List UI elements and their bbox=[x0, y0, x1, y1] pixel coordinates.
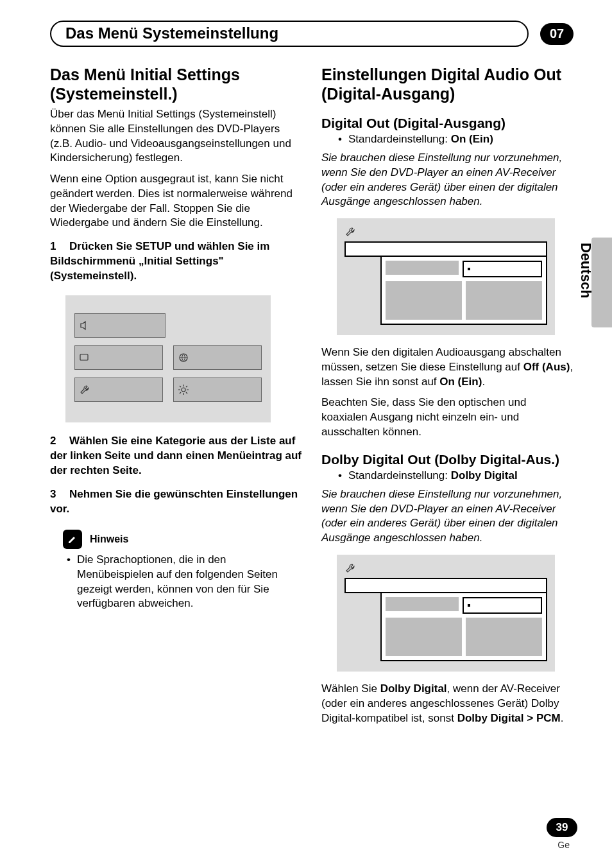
frame-inner bbox=[380, 592, 547, 661]
default-setting-line: • Standardeinstellung: Dolby Digital bbox=[338, 469, 574, 483]
default-label: Standardeinstellung: bbox=[348, 133, 451, 145]
right-column: Einstellungen Digital Audio Out (Digital… bbox=[321, 65, 574, 732]
chapter-title: Das Menü Systemeinstellung bbox=[50, 21, 529, 47]
menu-screenshot bbox=[65, 295, 271, 422]
bullet-dot: • bbox=[338, 132, 348, 147]
menu-cell bbox=[74, 345, 163, 370]
off-label: Off (Aus) bbox=[523, 361, 570, 373]
step-3: 3Nehmen Sie die gewünschten Einstellunge… bbox=[50, 487, 302, 517]
note-header: Hinweis bbox=[63, 530, 302, 549]
step-1-number: 1 bbox=[50, 239, 69, 254]
placeholder-cell bbox=[386, 618, 462, 656]
svg-rect-0 bbox=[80, 354, 88, 360]
step-2-number: 2 bbox=[50, 434, 69, 449]
gear-icon bbox=[178, 384, 189, 395]
note-bullet: • Die Sprachoptionen, die in den Menübei… bbox=[67, 553, 302, 612]
note-label: Hinweis bbox=[90, 534, 128, 545]
left-heading: Das Menü Initial Settings (Systemeinstel… bbox=[50, 65, 302, 103]
bullet-dot: • bbox=[67, 553, 77, 612]
audio-icon bbox=[79, 320, 90, 331]
left-column: Das Menü Initial Settings (Systemeinstel… bbox=[50, 65, 302, 732]
left-paragraph-1: Über das Menü Initial Settings (Systemei… bbox=[50, 107, 302, 166]
default-label: Standardeinstellung: bbox=[348, 469, 451, 482]
dolby-out-note: Sie brauchen diese Einstellung nur vorzu… bbox=[321, 487, 574, 546]
default-value: On (Ein) bbox=[451, 133, 493, 145]
manual-page: Das Menü Systemeinstellung 07 Deutsch Da… bbox=[0, 0, 612, 868]
frame-outer bbox=[344, 578, 547, 593]
digital-out-note: Sie brauchen diese Einstellung nur vorzu… bbox=[321, 151, 574, 209]
wrench-icon bbox=[344, 562, 356, 574]
step-2: 2Wählen Sie eine Kategorie aus der Liste… bbox=[50, 434, 302, 478]
chapter-number-badge: 07 bbox=[540, 23, 574, 45]
step-3-number: 3 bbox=[50, 487, 69, 502]
globe-icon bbox=[178, 352, 189, 363]
svg-point-2 bbox=[182, 388, 185, 392]
wrench-icon bbox=[79, 384, 90, 395]
step-1: 1Drücken Sie SETUP und wählen Sie im Bil… bbox=[50, 239, 302, 284]
bullet-dot: • bbox=[338, 469, 348, 483]
frame-outer bbox=[344, 241, 547, 257]
menu-cell bbox=[74, 378, 163, 402]
settings-screenshot-2 bbox=[337, 555, 555, 672]
text-fragment: . bbox=[561, 712, 564, 724]
text-fragment: . bbox=[482, 376, 485, 388]
menu-cell bbox=[173, 378, 262, 402]
pencil-icon bbox=[63, 530, 82, 549]
placeholder-cell bbox=[386, 597, 459, 611]
video-icon bbox=[79, 352, 90, 363]
placeholder-cell bbox=[386, 281, 462, 320]
settings-screenshot-1 bbox=[337, 218, 555, 335]
default-setting-text: Standardeinstellung: On (Ein) bbox=[348, 132, 493, 147]
language-tab-label: Deutsch bbox=[577, 243, 594, 299]
default-setting-line: • Standardeinstellung: On (Ein) bbox=[338, 132, 574, 147]
placeholder-cell bbox=[466, 281, 542, 320]
step-1-text: Drücken Sie SETUP und wählen Sie im Bild… bbox=[50, 240, 269, 282]
page-number-badge: 39 bbox=[547, 818, 577, 837]
page-language-code: Ge bbox=[557, 840, 570, 850]
pcm-label: Dolby Digital > PCM bbox=[457, 712, 561, 724]
placeholder-cell bbox=[386, 261, 459, 275]
selected-cell bbox=[463, 261, 542, 277]
dolby-out-paragraph: Wählen Sie Dolby Digital, wenn der AV-Re… bbox=[321, 682, 574, 725]
menu-cell bbox=[173, 345, 262, 370]
frame-inner bbox=[380, 256, 547, 325]
left-paragraph-2: Wenn eine Option ausgegraut ist, kann Si… bbox=[50, 172, 302, 230]
placeholder-cell bbox=[466, 618, 542, 656]
text-fragment: Wählen Sie bbox=[321, 682, 380, 695]
default-value: Dolby Digital bbox=[451, 469, 518, 482]
selected-cell bbox=[463, 597, 542, 614]
chapter-header: Das Menü Systemeinstellung 07 bbox=[50, 21, 574, 47]
note-text: Die Sprachoptionen, die in den Menübeisp… bbox=[77, 553, 302, 612]
step-2-text: Wählen Sie eine Kategorie aus der Liste … bbox=[50, 435, 302, 476]
default-setting-text: Standardeinstellung: Dolby Digital bbox=[348, 469, 518, 483]
language-tab-bg bbox=[591, 238, 612, 327]
right-heading: Einstellungen Digital Audio Out (Digital… bbox=[321, 65, 574, 103]
digital-out-heading: Digital Out (Digital-Ausgang) bbox=[321, 115, 574, 131]
digital-out-paragraph-2: Beachten Sie, dass Sie den optischen und… bbox=[321, 395, 574, 439]
dolby-label: Dolby Digital bbox=[380, 682, 447, 695]
step-3-text: Nehmen Sie die gewünschten Einstellungen… bbox=[50, 488, 298, 515]
dolby-out-heading: Dolby Digital Out (Dolby Digital-Aus.) bbox=[321, 451, 574, 467]
on-label: On (Ein) bbox=[439, 376, 482, 388]
digital-out-paragraph-1: Wenn Sie den digitalen Audioausgang absc… bbox=[321, 345, 574, 389]
menu-cell bbox=[74, 313, 166, 338]
wrench-icon bbox=[344, 226, 356, 238]
